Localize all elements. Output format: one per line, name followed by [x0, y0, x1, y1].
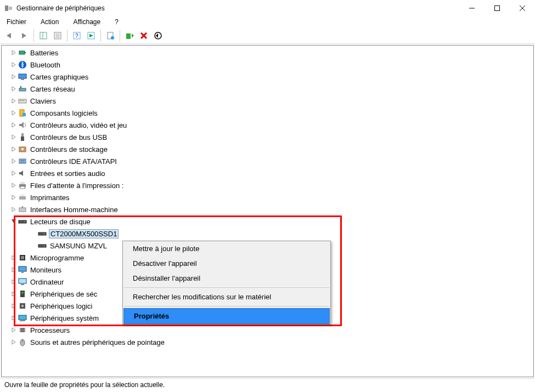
expand-collapse-icon[interactable]	[9, 157, 18, 166]
storage-icon	[18, 145, 27, 154]
svg-rect-95	[20, 328, 25, 332]
tree-item[interactable]: Composants logiciels	[2, 107, 533, 119]
svg-marker-45	[12, 123, 15, 127]
expand-collapse-icon[interactable]	[9, 48, 18, 57]
system-icon	[18, 314, 27, 322]
expand-collapse-icon[interactable]	[9, 60, 18, 69]
svg-rect-56	[20, 162, 25, 162]
tree-item[interactable]: Interfaces Homme-machine	[2, 203, 533, 215]
tree-item[interactable]: Files d'attente à l'impression :	[2, 179, 533, 191]
tree-item[interactable]: Imprimantes	[2, 191, 533, 203]
svg-rect-32	[19, 74, 26, 78]
expand-collapse-icon[interactable]	[9, 277, 18, 286]
tree-item[interactable]: Lecteurs de disque	[2, 215, 533, 228]
tree-item[interactable]: Contrôleurs IDE ATA/ATAPI	[2, 155, 533, 167]
tree-item[interactable]: Contrôleurs de stockage	[2, 143, 533, 155]
context-menu-item[interactable]: Propriétés	[123, 308, 330, 324]
svg-rect-54	[19, 159, 26, 163]
expand-collapse-icon[interactable]	[9, 289, 18, 298]
svg-marker-58	[19, 171, 23, 176]
tree-item-label: Microprogramme	[29, 253, 85, 263]
bluetooth-icon	[18, 60, 27, 69]
help-button[interactable]: ?	[70, 29, 83, 42]
tree-item-label: Souris et autres périphériques de pointa…	[29, 338, 166, 347]
tree-item[interactable]: Souris et autres périphériques de pointa…	[2, 336, 533, 348]
action-button[interactable]	[85, 29, 98, 42]
expand-collapse-icon[interactable]	[9, 181, 18, 190]
toolbar-separator	[100, 30, 101, 42]
device-tree-container[interactable]: BatteriesBluetoothCartes graphiquesCarte…	[1, 45, 534, 377]
tree-item-label: Périphériques systèm	[29, 314, 100, 323]
maximize-button[interactable]	[485, 0, 510, 16]
expand-collapse-icon[interactable]	[9, 84, 18, 93]
svg-marker-53	[12, 159, 15, 163]
tree-item[interactable]: Bluetooth	[2, 59, 533, 71]
expand-collapse-icon[interactable]	[9, 205, 18, 214]
svg-rect-80	[19, 266, 26, 271]
uninstall-device-button[interactable]	[137, 29, 150, 42]
back-button[interactable]	[3, 29, 16, 42]
svg-marker-26	[12, 50, 15, 55]
tree-item[interactable]: Cartes graphiques	[2, 71, 533, 83]
network-icon	[18, 84, 27, 93]
svg-marker-63	[12, 195, 15, 200]
scan-hardware-button[interactable]	[104, 29, 117, 42]
close-button[interactable]	[510, 0, 535, 16]
expand-collapse-icon[interactable]	[9, 96, 18, 105]
menu-view[interactable]: Affichage	[70, 17, 104, 27]
tree-item[interactable]: Entrées et sorties audio	[2, 167, 533, 179]
show-hide-console-tree-button[interactable]	[37, 29, 50, 42]
svg-rect-68	[22, 206, 23, 208]
tree-item[interactable]: Contrôleurs de bus USB	[2, 131, 533, 143]
tree-item-label: Claviers	[29, 96, 57, 106]
menu-file[interactable]: Fichier	[3, 17, 30, 27]
tree-item[interactable]: Cartes réseau	[2, 83, 533, 95]
svg-marker-91	[12, 316, 15, 320]
minimize-button[interactable]	[459, 0, 485, 16]
context-menu-item[interactable]: Rechercher les modifications sur le maté…	[123, 289, 330, 304]
context-menu-item[interactable]: Mettre à jour le pilote	[123, 241, 330, 256]
expand-collapse-icon[interactable]	[9, 169, 18, 178]
tree-item[interactable]: Contrôleurs audio, vidéo et jeu	[2, 119, 533, 131]
update-driver-button[interactable]	[123, 29, 136, 42]
svg-rect-48	[21, 133, 24, 137]
expand-collapse-icon[interactable]	[9, 338, 18, 346]
svg-rect-40	[21, 100, 22, 101]
expand-collapse-icon[interactable]	[9, 314, 18, 322]
expand-collapse-icon[interactable]	[9, 193, 18, 202]
tree-item-label: Contrôleurs de bus USB	[29, 133, 108, 142]
expand-collapse-icon[interactable]	[9, 302, 18, 310]
properties-button[interactable]	[51, 29, 64, 42]
expand-collapse-icon[interactable]	[9, 121, 18, 129]
tree-item-label: Bluetooth	[29, 60, 61, 70]
disable-device-button[interactable]	[151, 29, 165, 42]
forward-button[interactable]	[18, 29, 31, 42]
svg-point-52	[21, 148, 24, 150]
svg-marker-100	[12, 340, 15, 344]
toolbar: ?	[0, 27, 535, 44]
context-menu-item[interactable]: Désinstaller l'appareil	[123, 271, 330, 286]
expand-collapse-icon[interactable]	[9, 217, 18, 226]
menu-action[interactable]: Action	[37, 17, 62, 27]
expand-collapse-icon[interactable]	[9, 253, 18, 262]
battery-icon	[18, 48, 27, 57]
tree-item[interactable]: Batteries	[2, 47, 533, 59]
tree-item[interactable]: CT2000MX500SSD1	[2, 228, 533, 240]
expand-collapse-icon[interactable]	[9, 145, 18, 154]
expand-collapse-icon[interactable]	[9, 265, 18, 274]
titlebar: Gestionnaire de périphériques	[0, 0, 535, 16]
svg-point-71	[24, 221, 25, 223]
expand-collapse-icon[interactable]	[9, 326, 18, 334]
tree-item[interactable]: Processeurs	[2, 324, 533, 336]
context-menu-item[interactable]: Désactiver l'appareil	[123, 256, 330, 271]
menu-help[interactable]: ?	[111, 17, 122, 27]
statusbar-text: Ouvre la feuille de propriétés pour la s…	[4, 381, 165, 389]
svg-marker-29	[12, 63, 15, 67]
tree-item[interactable]: Claviers	[2, 95, 533, 107]
expand-collapse-icon[interactable]	[9, 72, 18, 81]
expand-collapse-icon[interactable]	[9, 133, 18, 141]
expand-collapse-icon[interactable]	[9, 109, 18, 117]
svg-rect-39	[20, 100, 21, 101]
tree-item-label: Interfaces Homme-machine	[29, 205, 119, 214]
svg-rect-3	[495, 6, 500, 11]
